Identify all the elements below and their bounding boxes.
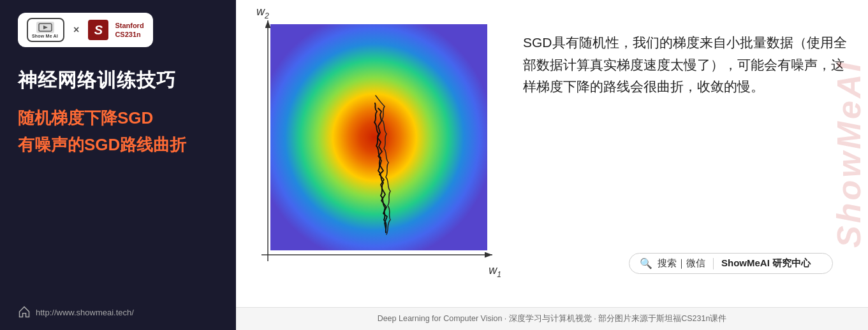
footer-url: http://www.showmeai.tech/: [18, 306, 134, 319]
search-bar[interactable]: 🔍 搜索｜微信 ShowMeAI 研究中心: [629, 253, 833, 274]
url-text[interactable]: http://www.showmeai.tech/: [36, 308, 134, 317]
chart-area: w2: [236, 0, 504, 293]
stanford-text: Stanford CS231n: [115, 21, 143, 39]
logo-combined: Show Me AI: [27, 18, 64, 42]
nav-icon: [18, 306, 31, 319]
search-brand: ShowMeAI 研究中心: [721, 257, 811, 269]
axis-w2-label: w2: [256, 5, 269, 20]
svg-marker-1: [43, 25, 48, 29]
logo-bar: Show Me AI × S Stanford CS231n: [18, 13, 153, 47]
search-icon: 🔍: [640, 257, 652, 269]
heatmap-svg: [261, 19, 497, 268]
stanford-logo-group: S Stanford CS231n: [88, 20, 143, 40]
cross-divider: ×: [73, 24, 79, 36]
footer-text: Deep Learning for Computer Vision · 深度学习…: [378, 313, 727, 324]
text-content: SGD具有随机性，我们的梯度来自小批量数据（使用全部数据计算真实梯度速度太慢了）…: [504, 0, 868, 307]
showmeai-logo-box: Show Me AI: [27, 18, 64, 42]
footer-bar: Deep Learning for Computer Vision · 深度学习…: [236, 307, 868, 330]
right-panel: w2: [236, 0, 868, 330]
search-divider: [713, 258, 714, 269]
search-label: 搜索｜微信: [658, 257, 705, 269]
axis-w1-label: w1: [489, 264, 501, 279]
subtitle1: 随机梯度下降SGD: [18, 108, 218, 129]
stanford-s-icon: S: [88, 20, 108, 40]
left-panel: Show Me AI × S Stanford CS231n 神经网络训练技巧 …: [0, 0, 236, 330]
right-main: w2: [236, 0, 868, 307]
showmeai-icon: [36, 22, 54, 33]
chart-inner: [261, 19, 497, 268]
main-title: 神经网络训练技巧: [18, 68, 218, 92]
showmeai-label: Show Me AI: [32, 34, 58, 38]
description-text: SGD具有随机性，我们的梯度来自小批量数据（使用全部数据计算真实梯度速度太慢了）…: [523, 32, 855, 98]
svg-marker-2: [20, 307, 29, 317]
subtitle2: 有噪声的SGD路线曲折: [18, 134, 218, 156]
svg-rect-6: [270, 24, 487, 250]
